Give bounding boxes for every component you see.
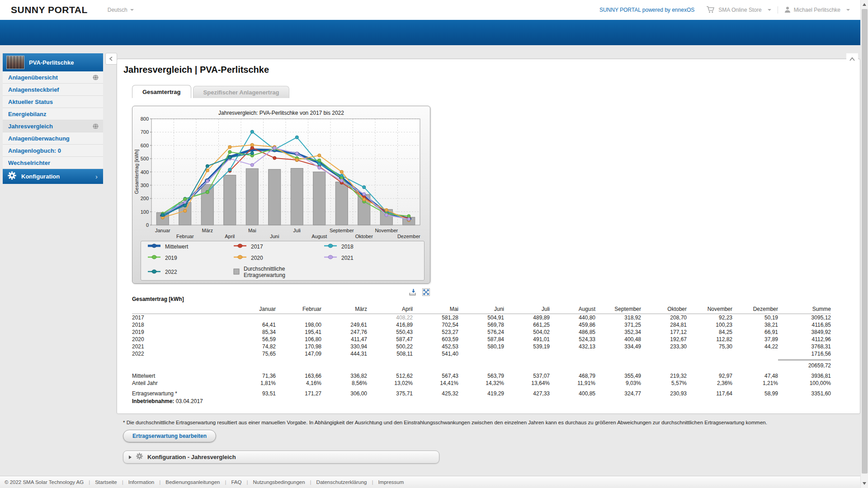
table-cell: 147,09: [276, 350, 321, 357]
divider: [778, 6, 778, 14]
table-cell: [230, 314, 276, 322]
table-cell: [458, 360, 504, 369]
legend-line-swatch: [147, 269, 161, 276]
footer-separator: |: [122, 479, 123, 485]
sidebar-item-jahresvergleich[interactable]: Jahresvergleich: [3, 120, 103, 132]
svg-text:Juni: Juni: [270, 234, 279, 239]
svg-text:0: 0: [146, 222, 149, 228]
sidebar-item-aktueller-status[interactable]: Aktueller Status: [3, 96, 103, 108]
collapse-panel-button[interactable]: [846, 53, 858, 65]
footer-link-nutzungsbedingungen[interactable]: Nutzungsbedingungen: [253, 479, 305, 485]
table-cell: 491,01: [504, 336, 550, 343]
table-cell: 355,49: [595, 372, 641, 380]
table-cell: 1,21%: [732, 380, 778, 387]
legend-label: 2020: [251, 255, 263, 261]
export-chart-button[interactable]: [408, 288, 417, 296]
table-cell: 163,66: [276, 372, 321, 380]
plant-header[interactable]: PVA-Perlitschke: [3, 53, 103, 71]
scrollbar-thumb[interactable]: [862, 9, 868, 474]
footer-link-faq[interactable]: FAQ: [231, 479, 241, 485]
chart-title: Jahresvergleich: PVA-Perlitschke von 201…: [132, 110, 430, 116]
table-cell: [641, 360, 687, 369]
scroll-down-arrow[interactable]: [863, 482, 866, 485]
sidebar-item-anlagen-berwachung[interactable]: Anlagenüberwachung: [3, 132, 103, 145]
powered-by-link[interactable]: SUNNY PORTAL powered by ennexOS: [599, 7, 694, 13]
table-cell: [550, 360, 595, 369]
table-cell: 336,82: [321, 372, 367, 380]
table-cell: 38,21: [732, 321, 778, 328]
sidebar-item-label: Energiebilanz: [8, 111, 99, 117]
plant-photo: [6, 56, 24, 69]
table-cell: [276, 314, 321, 322]
table-cell: 523,27: [413, 328, 458, 336]
sidebar-config-label: Konfiguration: [21, 173, 60, 180]
vertical-scrollbar[interactable]: [860, 0, 868, 488]
tab-gesamtertrag[interactable]: Gesamtertrag: [132, 85, 191, 98]
maximize-chart-button[interactable]: [421, 288, 430, 296]
table-cell: 459,86: [550, 321, 595, 328]
accordion-label: Konfiguration - Jahresvergleich: [147, 454, 236, 460]
row-label: [132, 360, 230, 369]
table-cell: 177,12: [641, 328, 687, 336]
sidebar-item-label: Jahresvergleich: [8, 123, 93, 130]
footer-link-impressum[interactable]: Impressum: [378, 479, 404, 485]
table-cell: 334,49: [595, 343, 641, 350]
chart-actions: [132, 288, 430, 296]
legend-label: 2019: [165, 255, 177, 261]
svg-text:November: November: [375, 228, 398, 233]
table-cell-sum: 1716,56: [778, 350, 831, 357]
table-cell: 198,00: [276, 321, 321, 328]
table-row-2019: 201985,34195,41247,76550,43523,27576,245…: [132, 328, 831, 336]
sidebar-item-label: Aktueller Status: [8, 99, 99, 105]
table-header-empty: [132, 305, 230, 314]
sidebar-item-anlagenlogbuch-0[interactable]: Anlagenlogbuch: 0: [3, 145, 103, 157]
table-cell: 195,41: [276, 328, 321, 336]
table-cell: 56,59: [230, 336, 276, 343]
table-cell-sum: 3768,31: [778, 343, 831, 350]
footer-link-startseite[interactable]: Startseite: [95, 479, 117, 485]
table-cell: 576,24: [458, 328, 504, 336]
footer-separator: |: [372, 479, 373, 485]
table-header-row: JanuarFebruarMärzAprilMaiJuniJuliAugustS…: [132, 305, 831, 314]
table-cell: 371,25: [595, 321, 641, 328]
user-menu[interactable]: Michael Perlitschke: [784, 6, 850, 14]
sidebar-item-label: Anlagensteckbrief: [8, 86, 99, 93]
sidebar-item-energiebilanz[interactable]: Energiebilanz: [3, 108, 103, 120]
language-dropdown[interactable]: Deutsch: [108, 7, 134, 13]
sidebar-item-anlagen-bersicht[interactable]: Anlagenübersicht: [3, 71, 103, 84]
footer-link-datenschutzerkl-rung[interactable]: Datenschutzerklärung: [316, 479, 367, 485]
blue-banner: [0, 20, 868, 45]
sidebar-item-konfiguration[interactable]: Konfiguration ›: [3, 169, 103, 184]
table-cell: 400,48: [595, 336, 641, 343]
scroll-up-arrow[interactable]: [863, 3, 866, 6]
expand-icon: [422, 288, 430, 296]
legend-line-swatch: [147, 254, 161, 261]
collapse-sidebar-button[interactable]: [105, 53, 117, 65]
footer-link-bedienungsanleitungen[interactable]: Bedienungsanleitungen: [165, 479, 220, 485]
table-cell: 539,19: [504, 343, 550, 350]
table-row-2022: 202275,65147,09444,31508,11541,401716,56: [132, 350, 831, 357]
globe-icon: [93, 123, 99, 129]
table-header-november: November: [687, 305, 732, 314]
table-cell: [276, 360, 321, 369]
row-label: Mittelwert: [132, 372, 230, 380]
configuration-accordion[interactable]: Konfiguration - Jahresvergleich: [123, 450, 439, 464]
sidebar-item-anlagensteckbrief[interactable]: Anlagensteckbrief: [3, 84, 103, 96]
footer-link-information[interactable]: Information: [128, 479, 155, 485]
table-row-mittelwert: Mittelwert71,36163,66336,82512,62567,435…: [132, 372, 831, 380]
table-cell: [321, 360, 367, 369]
table-body: 2017408,22581,28504,91489,89440,80318,92…: [132, 314, 831, 397]
svg-text:Oktober: Oktober: [355, 234, 373, 239]
table-cell: 504,91: [458, 314, 504, 322]
row-label: 2018: [132, 321, 230, 328]
table-cell: 85,34: [230, 328, 276, 336]
legend-label: 2017: [251, 244, 263, 250]
table-cell: 284,81: [641, 321, 687, 328]
online-store-dropdown[interactable]: SMA Online Store: [706, 6, 771, 14]
edit-expectation-button[interactable]: Ertragserwartung bearbeiten: [123, 430, 216, 442]
row-label: 2019: [132, 328, 230, 336]
tab-spezifischer-anlagenertrag[interactable]: Spezifischer Anlagenertrag: [193, 86, 290, 98]
table-cell: [504, 350, 550, 357]
sidebar-item-wechselrichter[interactable]: Wechselrichter: [3, 157, 103, 169]
chart-box: Jahresvergleich: PVA-Perlitschke von 201…: [132, 106, 430, 284]
